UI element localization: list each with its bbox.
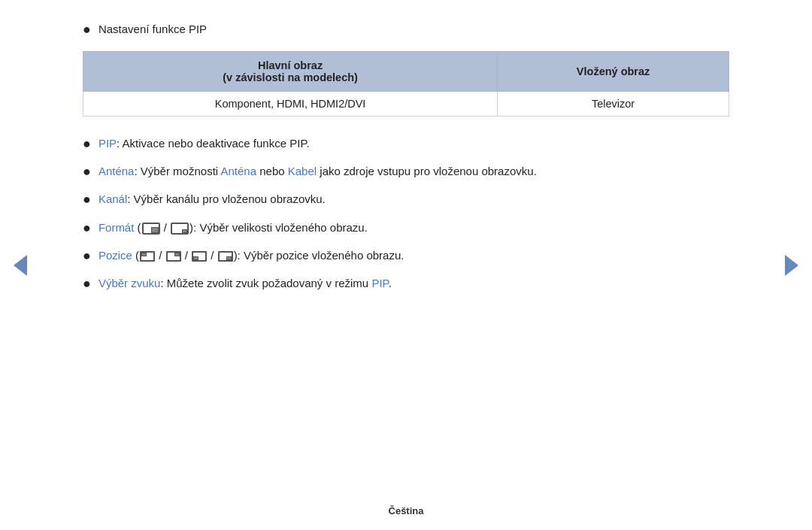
keyword-kabel: Kabel [288, 165, 317, 177]
format-slash: / [161, 221, 171, 234]
antenna-desc1: : Výběr možnosti [134, 165, 220, 177]
vyber-desc2: . [389, 277, 392, 289]
keyword-kanal: Kanál [98, 192, 127, 205]
keyword-format: Formát [98, 221, 135, 234]
bullet-dot-pozice: ● [83, 247, 91, 265]
bullet-dot-antenna: ● [83, 162, 91, 181]
list-item-pip: ● PIP: Aktivace nebo deaktivace funkce P… [83, 135, 729, 153]
pozice-paren2: ): Výběr pozice vloženého obrazu. [234, 249, 404, 262]
list-item-antenna: ● Anténa: Výběr možnosti Anténa nebo Kab… [83, 162, 729, 181]
table-header-col2: Vložený obraz [498, 52, 729, 92]
kanal-text: Kanál: Výběr kanálu pro vloženou obrazov… [98, 190, 729, 207]
keyword-antenna: Anténa [98, 165, 135, 177]
keyword-vyber: Výběr zvuku [98, 277, 161, 289]
list-item-pozice: ● Pozice ( / / / ): Výběr pozice vložené… [83, 247, 729, 265]
list-item-format: ● Formát ( / ): Výběr velikosti vloženéh… [83, 219, 729, 238]
pos-icon-tl-pip [141, 253, 147, 256]
format-icon-small-inset [182, 229, 187, 233]
section-intro: ● Nastavení funkce PIP [83, 23, 729, 38]
pos-icon-tr [166, 251, 181, 262]
table-row: Komponent, HDMI, HDMI2/DVI Televizor [83, 92, 729, 117]
format-paren1: ( [134, 221, 141, 234]
list-item-vyberzuku: ● Výběr zvuku: Můžete zvolit zvuk požado… [83, 274, 729, 293]
keyword-pip: PIP [98, 137, 117, 150]
format-icon-large [142, 223, 160, 235]
bullet-dot-format: ● [83, 219, 91, 238]
vyber-desc1: : Můžete zvolit zvuk požadovaný v režimu [160, 277, 371, 289]
pozice-paren1: ( [132, 249, 139, 262]
content-area: ● Nastavení funkce PIP Hlavní obraz (v z… [83, 23, 729, 302]
pozice-text: Pozice ( / / / ): Výběr pozice vloženého… [98, 247, 729, 264]
vyber-text: Výběr zvuku: Můžete zvolit zvuk požadova… [98, 274, 729, 292]
antenna-desc2: nebo [256, 165, 288, 177]
intro-bullet-dot: ● [83, 22, 91, 38]
pozice-sep2: / [182, 249, 192, 262]
antenna-text: Anténa: Výběr možnosti Anténa nebo Kabel… [98, 162, 729, 180]
pip-desc: : Aktivace nebo deaktivace funkce PIP. [117, 137, 310, 150]
format-text: Formát ( / ): Výběr velikosti vloženého … [98, 219, 729, 236]
antenna-desc3: jako zdroje vstupu pro vloženou obrazovk… [317, 165, 537, 177]
pip-text: PIP: Aktivace nebo deaktivace funkce PIP… [98, 135, 729, 152]
intro-text: Nastavení funkce PIP [98, 23, 207, 35]
pos-icon-tr-pip [174, 253, 180, 256]
nav-arrow-right[interactable] [785, 255, 798, 276]
pos-icon-br-pip [226, 256, 232, 260]
keyword-antenna2: Anténa [220, 165, 256, 177]
pos-icon-tl [140, 251, 155, 262]
keyword-pip-vyber: PIP [371, 277, 388, 289]
pozice-sep3: / [208, 249, 217, 262]
pos-icon-bl-pip [193, 256, 198, 260]
bullet-list: ● PIP: Aktivace nebo deaktivace funkce P… [83, 135, 729, 293]
nav-arrow-left[interactable] [14, 255, 27, 276]
table-header-col1: Hlavní obraz (v závislosti na modelech) [83, 52, 498, 92]
bullet-dot-kanal: ● [83, 190, 91, 209]
pozice-sep1: / [156, 249, 165, 262]
format-icon-small [171, 223, 189, 235]
format-paren2: ): Výběr velikosti vloženého obrazu. [189, 221, 368, 234]
table-cell-sources: Komponent, HDMI, HDMI2/DVI [83, 92, 498, 117]
table-cell-insert: Televizor [498, 92, 729, 117]
pos-icon-br [218, 251, 233, 262]
list-item-kanal: ● Kanál: Výběr kanálu pro vloženou obraz… [83, 190, 729, 209]
kanal-desc: : Výběr kanálu pro vloženou obrazovku. [127, 192, 326, 205]
page-container: ● Nastavení funkce PIP Hlavní obraz (v z… [0, 0, 812, 530]
pos-icon-bl [192, 251, 207, 262]
bullet-dot-pip: ● [83, 135, 91, 153]
pip-table: Hlavní obraz (v závislosti na modelech) … [83, 51, 729, 117]
keyword-pozice: Pozice [98, 249, 132, 262]
bullet-dot-vyber: ● [83, 274, 91, 293]
format-icon-large-inset [151, 227, 159, 233]
footer-language: Čeština [389, 505, 424, 516]
